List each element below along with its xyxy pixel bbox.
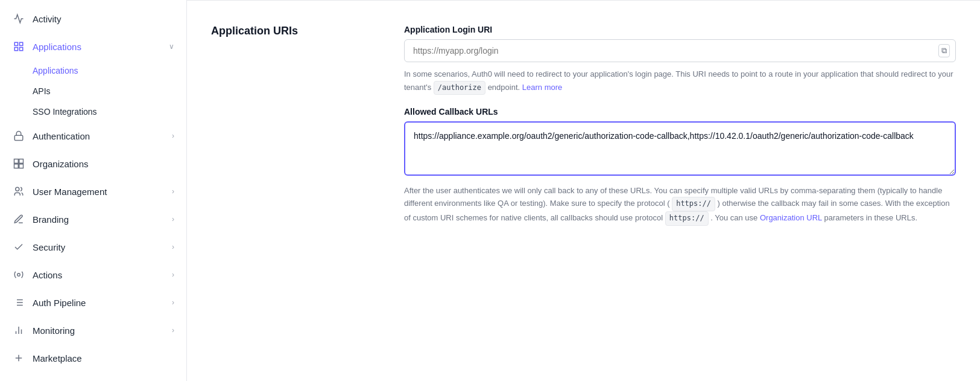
branding-icon	[12, 213, 25, 226]
copy-login-uri-button[interactable]: ⧉	[938, 44, 950, 57]
activity-icon	[12, 12, 25, 25]
learn-more-link[interactable]: Learn more	[522, 83, 562, 92]
left-section: Application URIs	[211, 25, 368, 238]
marketplace-icon	[12, 351, 25, 365]
auth-pipeline-chevron-icon: ›	[172, 298, 174, 307]
sidebar: Activity Applications ∨ Applications API…	[0, 0, 187, 381]
right-section: Application Login URI ⧉ In some scenario…	[404, 25, 956, 238]
applications-chevron-icon: ∨	[169, 42, 174, 51]
callback-urls-section: Allowed Callback URLs https://appliance.…	[404, 107, 956, 226]
login-uri-section: Application Login URI ⧉ In some scenario…	[404, 25, 956, 95]
svg-rect-7	[14, 164, 19, 168]
organizations-icon	[12, 157, 25, 170]
sidebar-subitem-applications-label: Applications	[33, 66, 78, 75]
sidebar-subitem-applications[interactable]: Applications	[0, 60, 186, 81]
sidebar-item-branding-label: Branding	[33, 214, 172, 225]
callback-urls-label: Allowed Callback URLs	[404, 107, 956, 117]
content-area: Application URIs Application Login URI ⧉…	[187, 1, 980, 262]
sidebar-item-actions-label: Actions	[33, 270, 172, 280]
main-content: Application URIs Application Login URI ⧉…	[187, 0, 980, 381]
monitoring-icon	[12, 324, 25, 337]
sidebar-item-auth-pipeline-label: Auth Pipeline	[33, 298, 172, 308]
sidebar-item-activity-label: Activity	[33, 14, 174, 24]
user-management-chevron-icon: ›	[172, 187, 174, 196]
security-icon	[12, 240, 25, 254]
actions-chevron-icon: ›	[172, 271, 174, 279]
actions-icon	[12, 268, 25, 281]
applications-submenu: Applications APIs SSO Integrations	[0, 60, 186, 122]
svg-point-9	[16, 187, 19, 191]
sidebar-item-security[interactable]: Security ›	[0, 233, 186, 261]
svg-rect-6	[19, 159, 24, 164]
callback-help-3: . You can use	[710, 213, 757, 222]
sidebar-item-authentication-label: Authentication	[33, 131, 172, 141]
login-uri-help-text2: endpoint.	[488, 83, 520, 92]
sidebar-item-organizations-label: Organizations	[33, 159, 174, 169]
sidebar-subitem-sso[interactable]: SSO Integrations	[0, 101, 186, 122]
sidebar-item-auth-pipeline[interactable]: Auth Pipeline ›	[0, 289, 186, 316]
sidebar-subitem-sso-label: SSO Integrations	[33, 107, 97, 117]
login-uri-wrapper: ⧉	[404, 39, 956, 62]
login-uri-help: In some scenarios, Auth0 will need to re…	[404, 68, 956, 95]
svg-rect-5	[14, 159, 19, 164]
svg-rect-4	[14, 135, 23, 140]
sidebar-item-monitoring-label: Monitoring	[33, 325, 172, 336]
sidebar-item-actions[interactable]: Actions ›	[0, 261, 186, 289]
sidebar-subitem-apis-label: APIs	[33, 86, 51, 96]
svg-rect-3	[20, 48, 23, 51]
branding-chevron-icon: ›	[172, 215, 174, 223]
auth-pipeline-icon	[12, 296, 25, 309]
callback-help-text: After the user authenticates we will onl…	[404, 184, 956, 226]
login-uri-input[interactable]	[404, 39, 956, 62]
svg-rect-2	[14, 48, 17, 51]
callback-urls-input[interactable]: https://appliance.example.org/oauth2/gen…	[404, 121, 956, 176]
callback-code-2: https://	[665, 211, 709, 226]
sidebar-item-monitoring[interactable]: Monitoring ›	[0, 316, 186, 344]
sidebar-item-organizations[interactable]: Organizations	[0, 150, 186, 178]
org-url-link[interactable]: Organization URL	[760, 213, 822, 222]
svg-rect-1	[20, 42, 23, 45]
sidebar-item-applications-label: Applications	[33, 42, 169, 52]
svg-rect-8	[19, 164, 24, 168]
login-uri-label: Application Login URI	[404, 25, 956, 34]
svg-point-10	[17, 274, 21, 277]
svg-rect-0	[14, 42, 17, 45]
sidebar-item-marketplace[interactable]: Marketplace	[0, 344, 186, 372]
sidebar-item-user-management-label: User Management	[33, 187, 172, 197]
sidebar-item-marketplace-label: Marketplace	[33, 353, 174, 363]
sidebar-item-branding[interactable]: Branding ›	[0, 205, 186, 233]
section-title: Application URIs	[211, 25, 368, 37]
login-uri-help-text1: In some scenarios, Auth0 will need to re…	[404, 69, 953, 92]
sidebar-item-authentication[interactable]: Authentication ›	[0, 122, 186, 150]
security-chevron-icon: ›	[172, 243, 174, 251]
callback-help-4: parameters in these URLs.	[824, 213, 917, 222]
authentication-icon	[12, 129, 25, 142]
sidebar-item-activity[interactable]: Activity	[0, 5, 186, 33]
authorize-code: /authorize	[434, 81, 485, 95]
sidebar-item-security-label: Security	[33, 242, 172, 252]
callback-code-1: https://	[672, 197, 715, 211]
monitoring-chevron-icon: ›	[172, 326, 174, 335]
sidebar-subitem-apis[interactable]: APIs	[0, 81, 186, 101]
authentication-chevron-icon: ›	[172, 132, 174, 140]
sidebar-item-user-management[interactable]: User Management ›	[0, 178, 186, 205]
user-management-icon	[12, 185, 25, 198]
applications-icon	[12, 40, 25, 53]
sidebar-item-applications[interactable]: Applications ∨	[0, 33, 186, 60]
